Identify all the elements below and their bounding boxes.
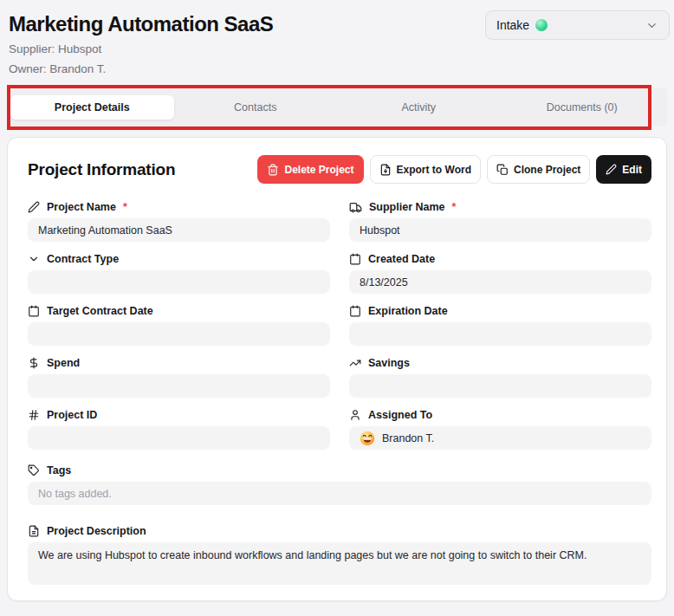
tab-activity[interactable]: Activity bbox=[337, 95, 501, 120]
contract-type-input[interactable] bbox=[28, 270, 330, 294]
project-id-input[interactable] bbox=[28, 426, 330, 450]
assigned-to-input[interactable]: Brandon T. bbox=[349, 426, 651, 450]
field-label: Project ID bbox=[47, 409, 97, 421]
field-tags: Tags No tags added. bbox=[28, 464, 651, 505]
field-contract-type: Contract Type bbox=[28, 253, 330, 294]
delete-project-button[interactable]: Delete Project bbox=[257, 155, 363, 184]
target-contract-date-input[interactable] bbox=[28, 322, 330, 346]
export-to-word-label: Export to Word bbox=[397, 164, 471, 176]
field-project-name: Project Name * Marketing Automation SaaS bbox=[28, 201, 330, 242]
required-asterisk: * bbox=[452, 201, 457, 213]
field-label: Expiration Date bbox=[368, 305, 448, 317]
edit-label: Edit bbox=[622, 164, 642, 176]
tab-bar-area: Project Details Contacts Activity Docume… bbox=[7, 88, 667, 126]
export-to-word-button[interactable]: Export to Word bbox=[370, 155, 481, 184]
tab-documents[interactable]: Documents (0) bbox=[501, 95, 664, 120]
field-project-description: Project Description We are using Hubspot… bbox=[28, 525, 651, 585]
user-icon bbox=[349, 409, 361, 421]
tab-contacts[interactable]: Contacts bbox=[174, 95, 338, 120]
pencil-icon bbox=[606, 164, 617, 175]
calendar-icon bbox=[28, 305, 40, 317]
field-spend: Spend bbox=[28, 357, 330, 398]
field-savings: Savings bbox=[349, 357, 651, 398]
owner-line: Owner: Brandon T. bbox=[9, 62, 665, 75]
field-label: Project Description bbox=[47, 525, 146, 537]
savings-input[interactable] bbox=[349, 374, 651, 398]
calendar-icon bbox=[349, 253, 361, 265]
expiration-date-input[interactable] bbox=[349, 322, 651, 346]
pencil-icon bbox=[28, 201, 40, 213]
assignee-avatar bbox=[360, 431, 375, 446]
field-label: Supplier Name bbox=[369, 201, 445, 213]
field-label: Created Date bbox=[368, 253, 435, 265]
assignee-name: Brandon T. bbox=[382, 432, 434, 444]
tab-bar: Project Details Contacts Activity Docume… bbox=[7, 88, 667, 126]
truck-icon bbox=[349, 201, 362, 214]
spend-input[interactable] bbox=[28, 374, 330, 398]
tag-icon bbox=[28, 464, 40, 477]
field-label: Tags bbox=[47, 464, 71, 477]
field-created-date: Created Date 8/13/2025 bbox=[349, 253, 651, 294]
field-supplier-name: Supplier Name * Hubspot bbox=[349, 201, 651, 242]
field-label: Contract Type bbox=[47, 253, 119, 265]
supplier-line: Supplier: Hubspot bbox=[9, 42, 665, 55]
clone-project-label: Clone Project bbox=[514, 164, 580, 176]
field-assigned-to: Assigned To Brandon T. bbox=[349, 409, 651, 450]
delete-project-label: Delete Project bbox=[284, 164, 353, 176]
trending-up-icon bbox=[349, 357, 361, 369]
status-dropdown-label: Intake bbox=[496, 18, 529, 32]
clone-project-button[interactable]: Clone Project bbox=[487, 155, 590, 184]
project-description-textarea[interactable]: We are using Hubspot to create inbound w… bbox=[28, 542, 651, 585]
required-asterisk: * bbox=[123, 201, 127, 213]
tags-input[interactable]: No tags added. bbox=[28, 482, 651, 505]
chevron-down-icon bbox=[645, 19, 658, 32]
field-target-contract-date: Target Contract Date bbox=[28, 305, 330, 346]
file-text-icon bbox=[28, 525, 40, 537]
chevron-down-icon bbox=[28, 253, 40, 265]
tags-placeholder: No tags added. bbox=[38, 488, 112, 500]
supplier-name-input[interactable]: Hubspot bbox=[349, 218, 651, 242]
dollar-icon bbox=[28, 357, 40, 369]
status-dropdown[interactable]: Intake bbox=[485, 10, 670, 40]
status-dot-icon bbox=[535, 19, 548, 31]
hash-icon bbox=[28, 409, 40, 421]
calendar-icon bbox=[349, 305, 361, 317]
field-project-id: Project ID bbox=[28, 409, 330, 450]
field-label: Assigned To bbox=[368, 409, 432, 421]
tab-project-details[interactable]: Project Details bbox=[10, 95, 174, 120]
field-label: Savings bbox=[368, 357, 410, 369]
field-label: Spend bbox=[47, 357, 80, 369]
field-label: Target Contract Date bbox=[47, 305, 153, 317]
file-down-icon bbox=[379, 164, 392, 176]
card-title: Project Information bbox=[28, 160, 175, 179]
field-expiration-date: Expiration Date bbox=[349, 305, 651, 346]
page-header: Marketing Automation SaaS Supplier: Hubs… bbox=[0, 0, 674, 75]
project-information-card: Project Information Delete Project Expor… bbox=[7, 137, 667, 601]
field-label: Project Name bbox=[47, 201, 116, 213]
created-date-input[interactable]: 8/13/2025 bbox=[349, 270, 651, 294]
copy-icon bbox=[496, 164, 509, 176]
edit-button[interactable]: Edit bbox=[596, 155, 651, 184]
trash-icon bbox=[267, 164, 279, 176]
project-name-input[interactable]: Marketing Automation SaaS bbox=[28, 218, 330, 242]
